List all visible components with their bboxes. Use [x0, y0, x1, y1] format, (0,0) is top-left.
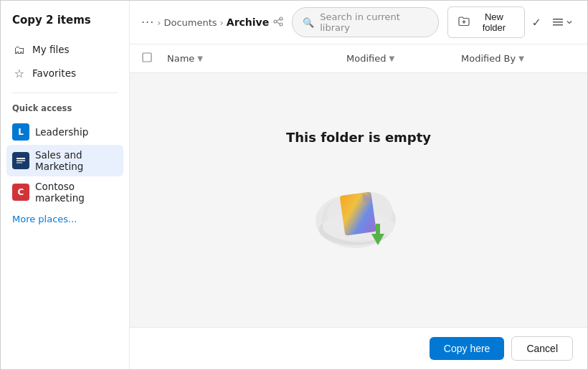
checkmark-icon[interactable]: ✓ — [529, 13, 544, 32]
contoso-icon: C — [12, 184, 29, 201]
copy-here-button[interactable]: Copy here — [430, 337, 505, 360]
bottom-bar: Copy here Cancel — [130, 327, 587, 369]
top-bar: ··· › Documents › Archive 🔍 Sea — [130, 1, 587, 44]
svg-line-8 — [277, 22, 280, 24]
col-header-modified[interactable]: Modified ▼ — [346, 47, 461, 70]
sidebar-item-leadership[interactable]: L Leadership — [6, 119, 123, 145]
svg-point-4 — [280, 17, 283, 20]
svg-rect-11 — [553, 19, 563, 20]
svg-line-7 — [277, 19, 280, 21]
svg-point-5 — [274, 20, 277, 23]
svg-rect-25 — [376, 224, 380, 235]
main-content: ··· › Documents › Archive 🔍 Sea — [130, 1, 587, 369]
empty-state: This folder is empty — [130, 73, 587, 327]
col-name-label: Name — [167, 53, 194, 64]
empty-illustration — [301, 156, 416, 271]
share-icon[interactable] — [273, 16, 283, 29]
sales-marketing-icon — [12, 152, 29, 169]
sidebar: Copy 2 items 🗂 My files ☆ Favorites Quic… — [1, 1, 130, 369]
sidebar-item-myfiles[interactable]: 🗂 My files — [6, 38, 123, 62]
sidebar-item-contoso[interactable]: C Contoso marketing — [6, 176, 123, 208]
col-modified-by-label: Modified By — [461, 53, 516, 64]
sidebar-nav: 🗂 My files ☆ Favorites — [1, 38, 129, 85]
svg-rect-3 — [16, 162, 22, 163]
breadcrumb-sep2: › — [220, 17, 224, 28]
cancel-button[interactable]: Cancel — [511, 336, 573, 361]
sidebar-header: Copy 2 items — [1, 9, 129, 38]
sales-marketing-label: Sales and Marketing — [35, 149, 118, 172]
svg-rect-12 — [553, 22, 563, 23]
svg-rect-14 — [143, 53, 151, 62]
copy-dialog-title: Copy 2 items — [12, 14, 118, 28]
favorites-icon: ☆ — [12, 67, 27, 80]
new-folder-label: New folder — [474, 11, 513, 33]
empty-folder-illustration — [301, 156, 416, 271]
empty-state-message: This folder is empty — [286, 130, 431, 145]
svg-rect-23 — [340, 191, 376, 236]
more-places-link[interactable]: More places... — [1, 208, 129, 230]
modified-by-sort-arrow: ▼ — [518, 54, 524, 62]
modified-sort-arrow: ▼ — [389, 54, 394, 62]
col-modified-label: Modified — [346, 53, 386, 64]
myfiles-label: My files — [32, 44, 70, 55]
quick-access-nav: L Leadership Sales and Marketing C Conto… — [1, 119, 129, 208]
col-header-name[interactable]: Name ▼ — [167, 47, 346, 70]
toolbar-actions: New folder ✓ — [447, 6, 576, 38]
search-icon: 🔍 — [303, 17, 314, 28]
leadership-icon: L — [12, 123, 29, 141]
breadcrumb-documents[interactable]: Documents — [163, 17, 217, 28]
sidebar-item-favorites[interactable]: ☆ Favorites — [6, 62, 123, 85]
myfiles-icon: 🗂 — [12, 43, 27, 57]
col-header-modified-by[interactable]: Modified By ▼ — [461, 47, 576, 70]
breadcrumb-dots[interactable]: ··· — [141, 16, 154, 29]
search-box[interactable]: 🔍 Search in current library — [292, 7, 439, 37]
new-folder-button[interactable]: New folder — [447, 6, 524, 38]
file-list-header: Name ▼ Modified ▼ Modified By ▼ — [130, 44, 587, 73]
svg-rect-2 — [16, 160, 25, 161]
breadcrumb: ··· › Documents › Archive — [141, 16, 283, 29]
sidebar-divider — [12, 92, 118, 93]
search-placeholder: Search in current library — [320, 11, 428, 33]
svg-rect-1 — [16, 158, 25, 159]
breadcrumb-sep1: › — [157, 17, 161, 28]
svg-point-6 — [280, 23, 283, 26]
svg-rect-13 — [553, 24, 563, 26]
contoso-label: Contoso marketing — [35, 181, 118, 204]
sidebar-item-sales-marketing[interactable]: Sales and Marketing — [6, 145, 123, 176]
name-sort-arrow: ▼ — [197, 54, 203, 62]
quick-access-label: Quick access — [1, 100, 129, 119]
view-options-icon[interactable] — [549, 13, 576, 32]
breadcrumb-current: Archive — [227, 16, 269, 28]
favorites-label: Favorites — [32, 67, 76, 79]
file-icon-col — [141, 52, 167, 66]
leadership-label: Leadership — [35, 126, 88, 138]
new-folder-icon — [458, 16, 470, 29]
